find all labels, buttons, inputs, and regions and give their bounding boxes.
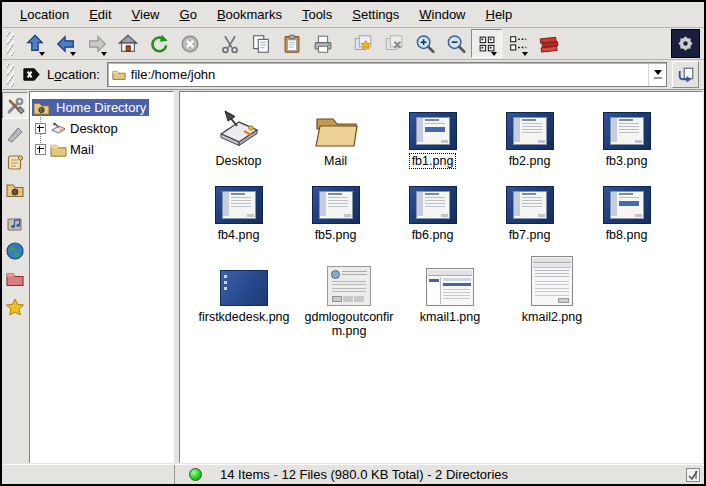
- sidebar-button-bookmarks-star[interactable]: [2, 293, 28, 320]
- file-label: Mail: [321, 153, 350, 169]
- file-label: fb8.png: [603, 227, 651, 243]
- sidebar-button-network[interactable]: [2, 237, 28, 264]
- clear-location-button[interactable]: [19, 63, 44, 86]
- copy-button[interactable]: [245, 29, 276, 58]
- menu-bar: Location Edit View Go Bookmarks Tools Se…: [2, 2, 704, 28]
- toolbar-handle[interactable]: [7, 32, 14, 56]
- back-button[interactable]: [50, 29, 81, 58]
- up-button[interactable]: [19, 29, 50, 58]
- expand-plus-icon[interactable]: [35, 144, 46, 155]
- tree-item-mail[interactable]: Mail: [32, 139, 171, 160]
- zoom-out-button[interactable]: [440, 29, 471, 58]
- menu-bookmarks[interactable]: Bookmarks: [207, 4, 292, 25]
- sidebar-button-tools[interactable]: [2, 92, 28, 119]
- file-item-firstkdedesk[interactable]: firstkdedesk.png: [190, 254, 298, 339]
- file-item-kmail1[interactable]: kmail1.png: [400, 254, 500, 339]
- thumbnail: [312, 178, 360, 224]
- tools-icon: [5, 96, 25, 116]
- location-input[interactable]: [131, 67, 648, 82]
- file-item-kmail2[interactable]: kmail2.png: [500, 254, 604, 339]
- tree-view-button[interactable]: [502, 29, 533, 58]
- icon-view-button[interactable]: [471, 29, 502, 58]
- menu-edit[interactable]: Edit: [79, 4, 121, 25]
- clear-location-icon: [22, 65, 41, 84]
- tree-item-home-directory[interactable]: Home Directory: [32, 97, 171, 118]
- dropdown-arrow: [491, 52, 497, 56]
- file-label: fb6.png: [409, 227, 457, 243]
- cut-scissors-icon: [219, 33, 241, 55]
- tree-item-label: Mail: [70, 142, 94, 157]
- file-row: firstkdedesk.png gdmlogoutconfirm.png: [180, 254, 702, 339]
- sidebar-button-root-folder[interactable]: [2, 265, 28, 292]
- file-item-fb4[interactable]: fb4.png: [190, 178, 287, 243]
- file-label: kmail2.png: [519, 309, 585, 325]
- cut-button[interactable]: [214, 29, 245, 58]
- location-toolbar: Location:: [2, 60, 704, 90]
- close-window-button-disabled: [378, 29, 409, 58]
- file-item-fb2[interactable]: fb2.png: [481, 104, 578, 169]
- zoom-in-button[interactable]: [409, 29, 440, 58]
- file-item-fb1[interactable]: fb1.png: [384, 104, 481, 169]
- menu-go[interactable]: Go: [170, 4, 207, 25]
- file-item-gdmlogoutconfirm[interactable]: gdmlogoutconfirm.png: [298, 254, 400, 339]
- paste-clipboard-icon: [281, 33, 303, 55]
- menu-settings[interactable]: Settings: [342, 4, 409, 25]
- kde-gear-throbber: [671, 29, 700, 58]
- file-item-mail[interactable]: Mail: [287, 104, 384, 169]
- location-dropdown-button[interactable]: [648, 63, 666, 86]
- menu-tools[interactable]: Tools: [292, 4, 342, 25]
- location-toolbar-handle[interactable]: [7, 63, 14, 87]
- status-bar: 14 Items - 12 Files (980.0 KB Total) - 2…: [2, 464, 704, 484]
- dropdown-arrow: [70, 52, 76, 56]
- sidebar-button-bookmark[interactable]: [2, 120, 28, 147]
- tree-selection: Home Directory: [32, 99, 149, 116]
- file-item-fb5[interactable]: fb5.png: [287, 178, 384, 243]
- sidebar-button-services[interactable]: [2, 209, 28, 236]
- screenshot-thumbnail: [409, 112, 457, 150]
- file-item-fb8[interactable]: fb8.png: [578, 178, 675, 243]
- mail-screenshot-thumbnail: [426, 268, 474, 306]
- sidebar-button-strip: [2, 90, 28, 464]
- paste-button[interactable]: [276, 29, 307, 58]
- screenshot-thumbnail: [506, 186, 554, 224]
- link-view-checkbox[interactable]: [686, 468, 700, 482]
- file-item-fb7[interactable]: fb7.png: [481, 178, 578, 243]
- home-icon: [117, 33, 139, 55]
- new-window-star-icon: [352, 33, 374, 55]
- flag-check-icon: [686, 468, 700, 482]
- file-icon-view[interactable]: Desktop Mail: [179, 91, 703, 463]
- chevron-down-icon: [654, 70, 662, 75]
- home-button[interactable]: [112, 29, 143, 58]
- folder-icon: [50, 142, 67, 157]
- status-text: 14 Items - 12 Files (980.0 KB Total) - 2…: [220, 467, 508, 482]
- tree-item-desktop[interactable]: Desktop: [32, 118, 171, 139]
- menu-help[interactable]: Help: [476, 4, 523, 25]
- screenshot-thumbnail: [409, 186, 457, 224]
- screenshot-thumbnail: [506, 112, 554, 150]
- file-item-desktop[interactable]: Desktop: [190, 104, 287, 169]
- file-item-fb6[interactable]: fb6.png: [384, 178, 481, 243]
- dropdown-arrow: [522, 52, 528, 56]
- expand-plus-icon[interactable]: [35, 123, 46, 134]
- desktop-screenshot-thumbnail: [220, 270, 268, 306]
- menu-view[interactable]: View: [122, 4, 170, 25]
- file-label: fb3.png: [603, 153, 651, 169]
- menu-location[interactable]: Location: [10, 4, 79, 25]
- reload-button[interactable]: [143, 29, 174, 58]
- stop-icon: [179, 33, 201, 55]
- file-item-fb3[interactable]: fb3.png: [578, 104, 675, 169]
- sidebar-button-history[interactable]: [2, 148, 28, 175]
- sidebar-button-home-folder[interactable]: [2, 176, 28, 203]
- dropdown-arrow: [39, 52, 45, 56]
- print-button[interactable]: [307, 29, 338, 58]
- menu-window[interactable]: Window: [409, 4, 475, 25]
- screenshot-thumbnail: [215, 186, 263, 224]
- mail-folder-icon: [313, 104, 359, 150]
- file-label: fb7.png: [506, 227, 554, 243]
- location-label: Location:: [47, 67, 100, 82]
- dialog-screenshot-thumbnail: [327, 266, 371, 306]
- go-button[interactable]: [672, 61, 699, 88]
- new-window-button[interactable]: [347, 29, 378, 58]
- bookmark-books-button[interactable]: [533, 29, 564, 58]
- thumbnail: [506, 178, 554, 224]
